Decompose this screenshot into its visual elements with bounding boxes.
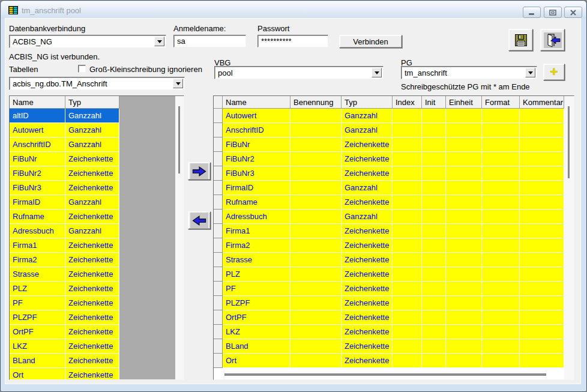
row-selector[interactable] [214,181,223,195]
table-cell[interactable] [482,310,520,325]
table-cell[interactable] [520,296,564,310]
table-cell[interactable]: Zeichenkette [65,339,119,354]
table-cell[interactable] [422,137,446,152]
table-cell[interactable] [446,224,482,238]
table-cell[interactable] [290,210,342,224]
table-row[interactable]: BLandZeichenkette [214,339,564,354]
table-cell[interactable] [520,152,564,166]
table-cell[interactable]: Ort [223,354,290,368]
table-cell[interactable]: BLand [223,339,290,354]
table-cell[interactable]: Zeichenkette [342,195,393,210]
table-cell[interactable]: Zeichenkette [342,354,393,368]
table-cell[interactable] [520,224,564,238]
table-cell[interactable]: Zeichenkette [342,137,393,152]
table-cell[interactable]: Firma1 [10,238,65,253]
maximize-button[interactable] [544,7,562,18]
table-cell[interactable] [393,123,422,137]
table-cell[interactable] [393,137,422,152]
table-cell[interactable] [446,296,482,310]
table-row[interactable]: PLZZeichenkette [10,282,119,296]
table-row[interactable]: Firma1Zeichenkette [10,238,119,253]
table-cell[interactable] [482,224,520,238]
column-header[interactable]: Typ [65,96,119,109]
close-button[interactable] [564,7,582,18]
table-row[interactable]: FirmaIDGanzzahl [10,195,119,210]
row-selector[interactable] [214,282,223,296]
table-cell[interactable] [446,109,482,123]
table-cell[interactable] [422,166,446,181]
table-row[interactable]: LKZZeichenkette [214,325,564,339]
table-row[interactable]: AdressbuchGanzzahl [214,210,564,224]
column-header[interactable]: Init [422,96,446,109]
table-cell[interactable]: PLZPF [10,310,65,325]
table-cell[interactable] [446,152,482,166]
password-input[interactable] [257,35,328,47]
row-selector[interactable] [214,354,223,368]
table-cell[interactable] [520,166,564,181]
transfer-right-button[interactable] [188,162,211,180]
table-row[interactable]: PFZeichenkette [214,282,564,296]
table-cell[interactable] [422,210,446,224]
table-cell[interactable] [446,123,482,137]
table-cell[interactable] [520,253,564,267]
table-cell[interactable]: Ganzzahl [65,224,119,238]
scrollbar-thumb[interactable] [224,373,546,376]
table-row[interactable]: AutowertGanzzahl [10,123,119,137]
table-cell[interactable]: Zeichenkette [65,152,119,166]
table-row[interactable]: AdressbuchGanzzahl [10,224,119,238]
table-cell[interactable] [520,181,564,195]
case-insensitive-checkbox[interactable] [78,65,86,73]
table-cell[interactable]: AnschriftID [223,123,290,137]
table-cell[interactable]: Ort [10,368,65,380]
table-cell[interactable] [290,296,342,310]
table-cell[interactable] [422,109,446,123]
table-row[interactable]: AnschriftIDGanzzahl [10,137,119,152]
pg-select[interactable]: tm_anschrift [401,66,537,79]
scrollbar-thumb[interactable] [178,106,180,173]
row-selector[interactable] [214,238,223,253]
table-cell[interactable] [422,354,446,368]
table-cell[interactable] [290,310,342,325]
table-cell[interactable]: Zeichenkette [65,267,119,282]
table-cell[interactable]: FiBuNr2 [223,152,290,166]
table-cell[interactable] [482,267,520,282]
table-row[interactable]: OrtPFZeichenkette [214,310,564,325]
row-selector[interactable] [214,137,223,152]
table-cell[interactable]: Zeichenkette [65,238,119,253]
row-selector[interactable] [214,195,223,210]
table-cell[interactable] [482,152,520,166]
table-cell[interactable] [446,238,482,253]
table-cell[interactable] [290,282,342,296]
table-cell[interactable] [446,195,482,210]
save-button[interactable] [508,29,533,51]
table-row[interactable]: Firma1Zeichenkette [214,224,564,238]
row-selector[interactable] [214,267,223,282]
chevron-down-icon[interactable] [154,37,164,46]
table-row[interactable]: FiBuNrZeichenkette [10,152,119,166]
table-cell[interactable]: altID [10,109,65,123]
table-cell[interactable] [290,152,342,166]
table-cell[interactable]: Zeichenkette [65,166,119,181]
table-cell[interactable] [422,325,446,339]
table-cell[interactable] [393,152,422,166]
left-table-scrollbar[interactable] [175,96,184,379]
table-row[interactable]: Firma2Zeichenkette [214,238,564,253]
table-cell[interactable] [520,325,564,339]
table-cell[interactable]: FirmaID [223,181,290,195]
table-cell[interactable] [446,181,482,195]
table-cell[interactable]: FiBuNr3 [10,181,65,195]
table-row[interactable]: StrasseZeichenkette [10,267,119,282]
table-cell[interactable]: Ganzzahl [65,123,119,137]
table-cell[interactable]: OrtPF [223,310,290,325]
table-row[interactable]: AnschriftIDGanzzahl [214,123,564,137]
table-cell[interactable] [393,181,422,195]
table-cell[interactable] [446,210,482,224]
table-cell[interactable]: Zeichenkette [65,368,119,380]
table-row[interactable]: PLZPFZeichenkette [214,296,564,310]
column-header[interactable]: Kommentar [520,96,564,109]
table-cell[interactable]: Zeichenkette [65,181,119,195]
table-cell[interactable]: Zeichenkette [342,238,393,253]
table-cell[interactable]: BLand [10,354,65,368]
transfer-left-button[interactable] [188,211,211,229]
table-row[interactable]: PLZZeichenkette [214,267,564,282]
